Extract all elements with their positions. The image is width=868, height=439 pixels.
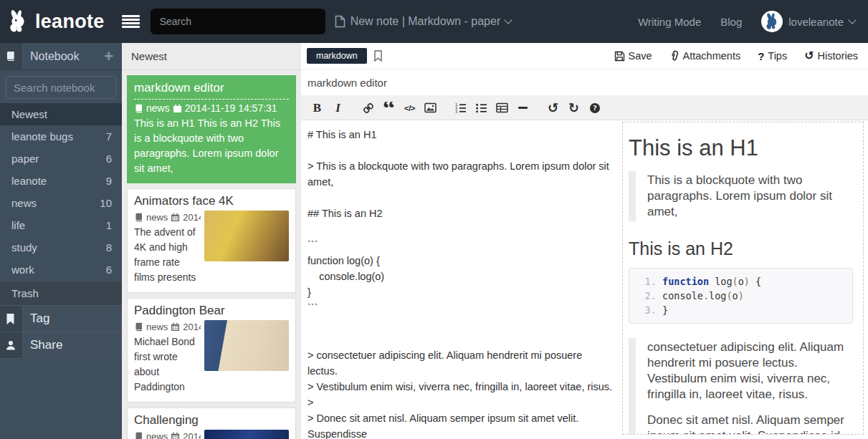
help-button[interactable]: ? bbox=[586, 99, 604, 117]
note-count-badge: 6 bbox=[106, 264, 112, 276]
note-cards: markdown editor news bbox=[122, 70, 301, 439]
notebook-book-icon bbox=[0, 43, 22, 69]
bold-button[interactable]: B bbox=[308, 99, 326, 117]
markdown-preview: This is an H1 This is a blockquote with … bbox=[622, 122, 864, 435]
preview-code-block: function log(o) { console.log(o)} bbox=[629, 268, 853, 324]
sidebar-notebook-item[interactable]: paper 6 bbox=[0, 148, 122, 170]
notebook-list: Newest leanote bugs 7 paper 6 leanote 9 … bbox=[0, 103, 122, 305]
table-button[interactable] bbox=[493, 99, 511, 117]
preview-h2: This is an H2 bbox=[629, 238, 853, 259]
sidebar-toggle-button[interactable] bbox=[119, 12, 143, 31]
tips-button[interactable]: ? Tips bbox=[758, 50, 787, 62]
link-button[interactable] bbox=[359, 99, 377, 117]
note-card[interactable]: Challenging news bbox=[127, 407, 296, 439]
markdown-tab[interactable]: markdown bbox=[307, 48, 367, 64]
save-icon bbox=[614, 51, 625, 62]
user-menu[interactable]: loveleanote bbox=[761, 11, 855, 32]
sidebar-notebook-item[interactable]: Newest bbox=[0, 103, 122, 125]
notebook-book-icon bbox=[134, 432, 143, 439]
calendar-icon bbox=[171, 432, 180, 439]
note-list-panel: Newest markdown editor news bbox=[122, 43, 301, 439]
note-count-badge: 10 bbox=[100, 197, 112, 209]
navbar-right: Writing Mode Blog loveleanote bbox=[638, 11, 855, 32]
preview-blockquote-1: This is a blockquote with two paragraphs… bbox=[629, 171, 853, 221]
history-icon: ↺ bbox=[804, 50, 814, 62]
brand-text: leanote bbox=[35, 11, 105, 33]
chevron-down-icon bbox=[505, 16, 512, 24]
notebook-book-icon bbox=[134, 104, 143, 113]
editor-panel: markdown Save Attac bbox=[301, 43, 868, 439]
sidebar-notebook-item[interactable]: study 8 bbox=[0, 236, 122, 259]
editor-split: # This is an H1 > This is a blockquote w… bbox=[301, 120, 868, 439]
italic-button[interactable]: I bbox=[329, 99, 347, 117]
note-card-title: markdown editor bbox=[134, 81, 289, 100]
notebook-header: Notebook + bbox=[0, 43, 122, 70]
chevron-down-icon bbox=[848, 16, 856, 24]
note-thumbnail bbox=[204, 320, 289, 371]
sidebar-notebook-item[interactable]: life 1 bbox=[0, 214, 122, 236]
sidebar-notebook-item[interactable]: leanote 9 bbox=[0, 170, 122, 192]
note-breadcrumb[interactable]: New note | Markdown - paper bbox=[335, 15, 512, 28]
calendar-icon bbox=[173, 104, 182, 113]
undo-button[interactable]: ↺ bbox=[544, 99, 562, 117]
sidebar-item-tag[interactable]: Tag bbox=[0, 306, 122, 332]
note-card-meta: news 2014-11... bbox=[134, 431, 201, 439]
note-count-badge: 1 bbox=[106, 219, 112, 231]
note-count-badge: 9 bbox=[106, 175, 112, 187]
sidebar-item-share[interactable]: Share bbox=[0, 332, 122, 359]
note-card-summary: Michael Bond first wrote about Paddingto… bbox=[134, 334, 201, 395]
note-count-badge: 8 bbox=[106, 241, 112, 254]
note-card-title: Paddington Bear bbox=[134, 304, 289, 320]
ordered-list-button[interactable]: 123 bbox=[452, 99, 469, 117]
note-thumbnail bbox=[204, 430, 289, 439]
note-list-header: Newest bbox=[122, 43, 301, 70]
unordered-list-button[interactable] bbox=[472, 99, 490, 117]
sidebar-notebook-item[interactable]: leanote bugs 7 bbox=[0, 125, 122, 148]
note-count-badge: 7 bbox=[106, 130, 112, 143]
note-card-title: Challenging bbox=[134, 413, 289, 430]
redo-button[interactable]: ↻ bbox=[565, 99, 583, 117]
leanote-logo[interactable]: leanote bbox=[7, 9, 105, 34]
notebook-book-icon bbox=[134, 322, 143, 332]
leanote-rabbit-icon bbox=[7, 9, 33, 34]
note-card[interactable]: markdown editor news bbox=[127, 75, 296, 183]
note-thumbnail bbox=[204, 211, 289, 261]
notebook-book-icon bbox=[134, 213, 143, 222]
top-navbar: leanote New note | Markdown - paper Writ… bbox=[0, 0, 868, 43]
add-notebook-button[interactable]: + bbox=[104, 49, 113, 64]
preview-blockquote-2: consectetuer adipiscing elit. Aliquam he… bbox=[629, 338, 853, 435]
note-card-meta: news 2014-11-19 14:57:31 bbox=[134, 102, 289, 114]
search-notebook-input[interactable] bbox=[6, 76, 116, 99]
breadcrumb-text: New note | Markdown - paper bbox=[350, 15, 501, 28]
markdown-source-editor[interactable]: # This is an H1 > This is a blockquote w… bbox=[301, 120, 622, 439]
blockquote-button[interactable]: “ bbox=[380, 102, 398, 114]
note-card-summary: This is an H1 This is an H2 This is a bl… bbox=[134, 116, 289, 176]
save-button[interactable]: Save bbox=[614, 50, 652, 62]
note-card-meta: news 2014-11... bbox=[134, 212, 201, 223]
paperclip-icon bbox=[669, 50, 679, 62]
attachments-button[interactable]: Attachments bbox=[669, 50, 741, 62]
tag-bookmark-icon bbox=[0, 306, 22, 332]
histories-button[interactable]: ↺ Histories bbox=[804, 50, 858, 62]
image-button[interactable] bbox=[421, 99, 439, 117]
bookmark-icon[interactable] bbox=[373, 50, 383, 62]
code-button[interactable]: </> bbox=[401, 99, 419, 117]
svg-text:3: 3 bbox=[455, 110, 457, 114]
new-note-icon bbox=[335, 15, 345, 28]
horizontal-rule-button[interactable] bbox=[514, 99, 532, 117]
writing-mode-link[interactable]: Writing Mode bbox=[638, 16, 701, 28]
sidebar-notebook-item[interactable]: Trash bbox=[0, 281, 122, 305]
editor-actions: Save Attachments ? Tips ↺ Histories bbox=[614, 50, 859, 62]
notebook-heading: Notebook bbox=[22, 50, 80, 63]
avatar bbox=[761, 11, 783, 32]
note-title-input[interactable]: markdown editor bbox=[307, 77, 387, 89]
sidebar: Notebook + Newest leanote bugs 7 paper 6… bbox=[0, 43, 122, 439]
blog-link[interactable]: Blog bbox=[720, 16, 742, 28]
search-input[interactable] bbox=[151, 9, 325, 34]
note-card[interactable]: Animators face 4K news bbox=[127, 188, 296, 293]
username-text: loveleanote bbox=[788, 16, 844, 28]
note-card[interactable]: Paddington Bear news bbox=[127, 298, 296, 402]
sidebar-notebook-item[interactable]: news 10 bbox=[0, 192, 122, 214]
editor-tab-row: markdown Save Attac bbox=[301, 43, 868, 69]
sidebar-notebook-item[interactable]: work 6 bbox=[0, 259, 122, 281]
